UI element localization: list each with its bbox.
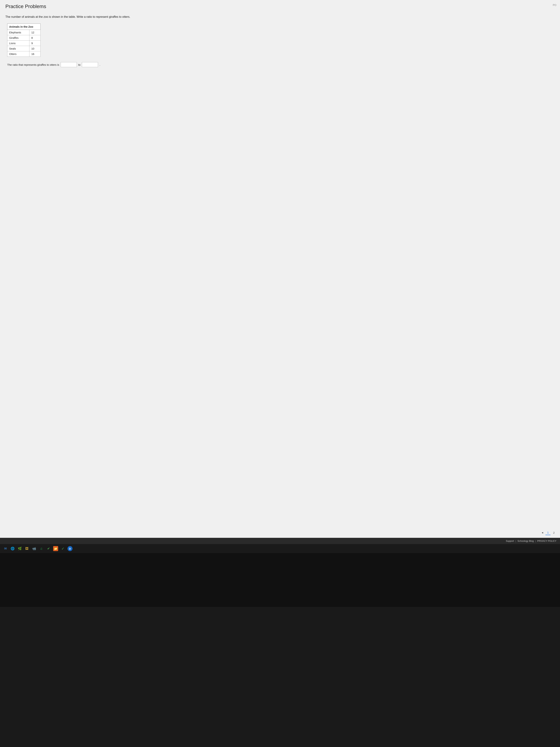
taskbar: ✉ 🌐 🌿 🖼 📹 ♫ ✔ 📁 ✓ D	[0, 544, 560, 553]
footer-blog-link[interactable]: Schoology Blog	[517, 540, 534, 542]
footer-sep-2: |	[535, 540, 536, 542]
page-content: PO Practice Problems The number of anima…	[0, 0, 560, 538]
taskbar-file-icon[interactable]: 📁	[53, 546, 58, 551]
taskbar-discord-icon[interactable]: D	[68, 546, 73, 551]
animal-name-cell: Lions	[7, 41, 29, 46]
animal-count-cell: 8	[29, 35, 41, 41]
footer-sep-1: |	[515, 540, 516, 542]
page-title: Practice Problems	[5, 4, 555, 9]
bottom-dark-area	[0, 553, 560, 607]
ratio-input-2[interactable]	[82, 62, 98, 67]
ratio-to-label: to	[78, 63, 81, 66]
table-header: Animals in the Zoo	[7, 24, 41, 30]
taskbar-edge-icon[interactable]: 🌐	[10, 546, 15, 551]
zoo-table: Animals in the Zoo Elephants12Giraffes8L…	[7, 24, 41, 57]
pagination: ◄ 1 2	[540, 530, 556, 535]
question-text: The number of animals at the zoo is show…	[5, 15, 555, 19]
page-number-top: PO	[553, 4, 556, 6]
pagination-page-1[interactable]: 1	[545, 530, 551, 535]
animal-count-cell: 9	[29, 41, 41, 46]
taskbar-globe-icon[interactable]: 🌿	[17, 546, 22, 551]
ratio-label: The ratio that represents giraffes to ot…	[7, 63, 59, 66]
animal-name-cell: Giraffes	[7, 35, 29, 41]
animal-count-cell: 12	[29, 30, 41, 35]
pagination-page-2[interactable]: 2	[551, 530, 556, 535]
table-row: Seals10	[7, 46, 41, 51]
taskbar-task-icon[interactable]: ✓	[60, 546, 65, 551]
taskbar-check-icon[interactable]: ✔	[46, 546, 51, 551]
animal-name-cell: Elephants	[7, 30, 29, 35]
animal-name-cell: Seals	[7, 46, 29, 51]
footer-bar: Support | Schoology Blog | PRIVACY POLIC…	[0, 538, 560, 544]
taskbar-mail-icon[interactable]: ✉	[3, 546, 8, 551]
taskbar-image-icon[interactable]: 🖼	[24, 546, 29, 551]
table-row: Elephants12	[7, 30, 41, 35]
footer-privacy-link[interactable]: PRIVACY POLICY	[537, 540, 556, 542]
ratio-section: The ratio that represents giraffes to ot…	[7, 62, 555, 67]
animal-name-cell: Otters	[7, 51, 29, 57]
animal-count-cell: 16	[29, 51, 41, 57]
ratio-period: .	[100, 63, 100, 66]
ratio-input-1[interactable]	[61, 62, 77, 67]
table-row: Giraffes8	[7, 35, 41, 41]
footer-support-link[interactable]: Support	[506, 540, 514, 542]
table-row: Otters16	[7, 51, 41, 57]
animal-count-cell: 10	[29, 46, 41, 51]
pagination-prev-button[interactable]: ◄	[540, 531, 544, 535]
taskbar-spotify-icon[interactable]: ♫	[39, 546, 44, 551]
taskbar-zoom-icon[interactable]: 📹	[32, 546, 36, 551]
table-row: Lions9	[7, 41, 41, 46]
